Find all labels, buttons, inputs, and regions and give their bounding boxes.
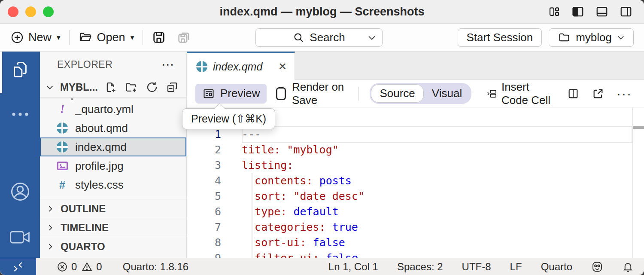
split-editor-icon[interactable] (567, 88, 580, 100)
zoom-window-button[interactable] (43, 6, 54, 17)
tooltip-text: Preview (⇧⌘K) (191, 113, 266, 125)
code-text: sort-ui: false (242, 235, 345, 251)
file-row-styles-css[interactable]: # styles.css (40, 175, 186, 194)
render-on-save-checkbox[interactable] (276, 87, 286, 100)
timeline-section-header[interactable]: TIMELINE (40, 218, 186, 237)
toolbar-divider (143, 30, 143, 45)
code-line[interactable]: 5 sort: "date desc" (187, 189, 644, 204)
scrollbar-cursor-marker (633, 126, 644, 129)
quarto-icon (56, 141, 68, 153)
status-bar: 0 0 Quarto: 1.8.16 Ln 1, Col 1 Spaces: 2… (0, 258, 644, 275)
notifications-bell-icon[interactable] (622, 261, 634, 273)
toggle-left-sidebar-icon[interactable] (571, 5, 585, 18)
indentation-status[interactable]: Spaces: 2 (397, 261, 443, 273)
code-text: contents: posts (242, 173, 352, 189)
visual-mode-button[interactable]: Visual (424, 85, 470, 102)
preview-tooltip: Preview (⇧⌘K) (182, 108, 275, 129)
source-mode-button[interactable]: Source (371, 84, 423, 103)
new-button[interactable]: New ▾ (10, 31, 61, 44)
folder-icon (558, 31, 571, 43)
quarto-version-label: Quarto: 1.8.16 (123, 261, 188, 273)
code-editor[interactable]: 1---2title: "myblog"3listing:4 contents:… (187, 107, 644, 258)
chevron-down-icon (368, 35, 376, 41)
outline-section-header[interactable]: OUTLINE (40, 199, 186, 218)
eol-status[interactable]: LF (510, 261, 522, 273)
code-line[interactable]: 6 type: default (187, 204, 644, 220)
activity-bar (0, 52, 40, 258)
editor-scrollbar[interactable] (632, 107, 644, 258)
file-row-profile-jpg[interactable]: profile.jpg (40, 156, 186, 175)
problems-status[interactable]: 0 0 (57, 261, 102, 273)
error-count: 0 (71, 261, 77, 273)
start-session-button[interactable]: Start Session (458, 28, 542, 47)
save-icon[interactable] (152, 30, 166, 45)
top-toolbar: New ▾ Open ▾ Search (0, 24, 644, 52)
account-icon[interactable] (0, 180, 40, 203)
file-name: _quarto.yml (75, 103, 134, 116)
chevron-right-icon (46, 242, 55, 251)
code-text: filter-ui: false (242, 251, 358, 258)
remote-indicator[interactable] (0, 258, 36, 275)
dropdown-caret-icon: ▾ (57, 33, 61, 42)
language-mode-status[interactable]: Quarto (541, 261, 572, 273)
customize-layout-icon[interactable] (548, 5, 561, 18)
explorer-view-icon[interactable] (0, 59, 40, 79)
quarto-version-status[interactable]: Quarto: 1.8.16 (123, 261, 188, 273)
file-name: about.qmd (75, 122, 128, 135)
quarto-icon (56, 122, 68, 134)
close-tab-icon[interactable]: ✕ (278, 61, 287, 73)
line-number: 8 (187, 235, 242, 251)
collapse-folders-icon[interactable] (166, 81, 179, 94)
section-label: QUARTO (61, 241, 105, 253)
code-line[interactable]: 7 categories: true (187, 220, 644, 235)
chevron-down-icon (45, 82, 55, 92)
preview-button-label: Preview (220, 87, 260, 100)
tab-label: index.qmd (213, 61, 262, 73)
code-line[interactable]: 3listing: (187, 158, 644, 173)
code-line[interactable]: 8 sort-ui: false (187, 235, 644, 251)
explorer-title: EXPLORER (57, 59, 112, 70)
quarto-section-header[interactable]: QUARTO (40, 237, 186, 256)
code-text: sort: "date desc" (242, 189, 365, 204)
workspace-root-row[interactable]: MYBL... (40, 77, 186, 97)
refresh-icon[interactable] (146, 81, 158, 94)
new-file-icon[interactable] (104, 81, 117, 94)
preview-icon (202, 88, 215, 100)
insert-code-cell-icon (487, 87, 497, 101)
line-number: 4 (187, 173, 242, 189)
line-number: 5 (187, 189, 242, 204)
file-row-quarto-yml[interactable]: ! _quarto.yml (40, 100, 186, 119)
file-name: styles.css (75, 178, 124, 192)
open-in-new-window-icon[interactable] (592, 88, 605, 100)
toggle-bottom-panel-icon[interactable] (595, 5, 609, 18)
explorer-more-actions-icon[interactable]: ⋯ (161, 62, 175, 67)
start-session-label: Start Session (467, 31, 533, 44)
code-line[interactable]: 4 contents: posts (187, 173, 644, 189)
cursor-position-status[interactable]: Ln 1, Col 1 (328, 261, 378, 273)
code-line[interactable]: 2title: "myblog" (187, 142, 644, 158)
encoding-status[interactable]: UTF-8 (462, 261, 491, 273)
preview-button[interactable]: Preview (195, 84, 267, 104)
feedback-smiley-icon[interactable] (591, 261, 603, 273)
search-input[interactable]: Search (255, 28, 383, 47)
file-row-index-qmd[interactable]: index.qmd (40, 138, 186, 156)
insert-code-cell-button[interactable]: Insert Code Cell (487, 80, 557, 107)
open-button[interactable]: Open ▾ (78, 31, 134, 44)
more-views-icon[interactable] (0, 110, 40, 119)
tab-index-qmd[interactable]: index.qmd ✕ (187, 52, 295, 80)
code-line[interactable]: 9 filter-ui: false (187, 251, 644, 258)
line-number: 2 (187, 142, 242, 158)
workspace-switcher-button[interactable]: myblog (549, 28, 634, 47)
editor-action-bar: Preview Render on Save Source Visual Ins… (187, 80, 644, 107)
line-number: 6 (187, 204, 242, 220)
minimize-window-button[interactable] (25, 6, 36, 17)
new-folder-icon[interactable] (125, 81, 138, 94)
screen-recorder-icon[interactable] (0, 229, 40, 246)
section-label: OUTLINE (61, 203, 106, 215)
toggle-right-sidebar-icon[interactable] (619, 5, 633, 18)
close-window-button[interactable] (8, 6, 18, 17)
image-icon (56, 161, 68, 171)
file-row-about-qmd[interactable]: about.qmd (40, 119, 186, 138)
editor-more-actions-icon[interactable]: ··· (617, 92, 632, 96)
remote-indicator-icon (11, 260, 25, 273)
